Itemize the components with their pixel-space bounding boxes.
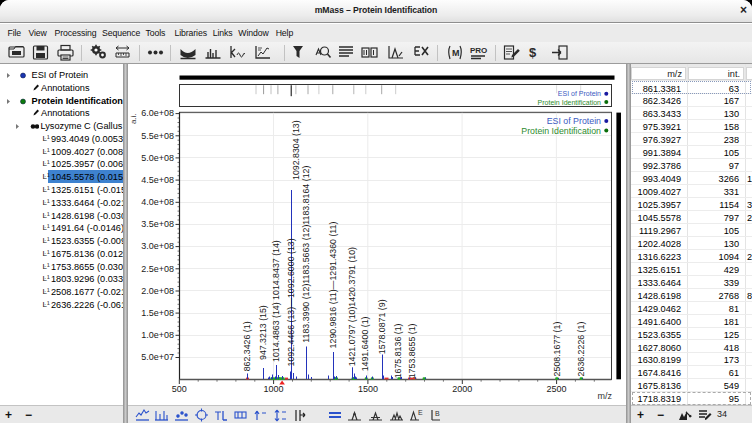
svg-text:2500: 2500 [547,384,567,394]
svg-text:a.i.: a.i. [129,113,138,124]
svg-text:1.5e+08: 1.5e+08 [141,308,174,318]
svg-text:2508.1677 (1): 2508.1677 (1) [552,322,562,377]
svg-text:ESI of Protein: ESI of Protein [558,90,601,97]
svg-text:M: M [452,48,460,58]
svg-text:1753.8655 (1): 1753.8655 (1) [408,323,418,378]
svg-text:3.5e+08: 3.5e+08 [141,219,174,229]
svg-text:947.3213 (15): 947.3213 (15) [258,305,268,360]
svg-text:5.0e+07: 5.0e+07 [141,352,174,362]
svg-text:Protein Identification: Protein Identification [521,126,601,136]
svg-text:1000: 1000 [264,384,284,394]
svg-text:1500: 1500 [358,384,378,394]
svg-text:Protein Identification: Protein Identification [538,99,602,106]
svg-text:1675.8136 (1): 1675.8136 (1) [393,323,403,378]
svg-text:E: E [418,409,423,416]
svg-text:5.5e+08: 5.5e+08 [141,131,174,141]
svg-text:2636.2226 (1): 2636.2226 (1) [576,322,586,377]
svg-text:2.0e+08: 2.0e+08 [141,286,174,296]
svg-text:1.0e+08: 1.0e+08 [141,330,174,340]
svg-text:1092.4466 (13)—1092.6000 (13): 1092.4466 (13)—1092.6000 (13) [286,238,296,366]
svg-text:1578.0871 (9): 1578.0871 (9) [377,299,387,354]
svg-text:6.0e+08: 6.0e+08 [141,108,174,118]
svg-text:ESI of Protein: ESI of Protein [547,116,601,126]
svg-text:4.0e+08: 4.0e+08 [141,197,174,207]
svg-text:2.5e+08: 2.5e+08 [141,264,174,274]
svg-text:B: B [435,410,440,417]
svg-text:500: 500 [172,384,187,394]
svg-text:1290.9816 (11)—1291.4360 (11): 1290.9816 (11)—1291.4360 (11) [328,221,338,348]
svg-text:1014.4863 (14) 1014.8437 (14): 1014.4863 (14) 1014.8437 (14) [271,240,281,362]
svg-text:2000: 2000 [452,384,472,394]
svg-text:5.0e+08: 5.0e+08 [141,153,174,163]
svg-text:PRO: PRO [470,46,487,55]
svg-text:3.0e+08: 3.0e+08 [141,241,174,251]
svg-text:m/z: m/z [598,391,613,401]
svg-text:4.5e+08: 4.5e+08 [141,175,174,185]
svg-text:$: $ [529,45,537,60]
svg-text:1183.3990 (12)1183.5663 (12)11: 1183.3990 (12)1183.5663 (12)1183.8164 (1… [301,166,311,343]
svg-text:1491.6400 (1): 1491.6400 (1) [360,316,370,371]
svg-text:1421.0797 (10)1420.3791 (10): 1421.0797 (10)1420.3791 (10) [347,247,357,366]
svg-text:862.3426 (1): 862.3426 (1) [242,321,252,371]
svg-text:1092.8304 (13): 1092.8304 (13) [291,120,301,180]
